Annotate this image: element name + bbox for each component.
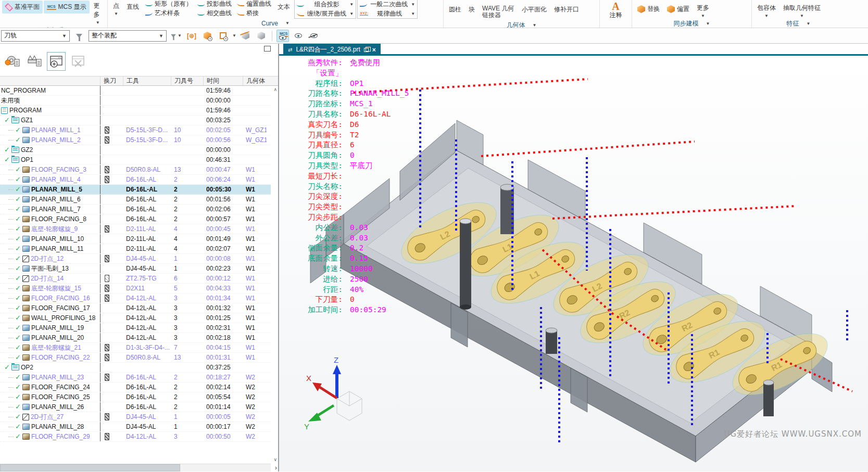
row-name-cell[interactable]: ✓FLOOR_FACING_16 [0,294,100,303]
row-name-cell[interactable]: ✓底壁-轮廓螺旋_9 [0,224,100,234]
row-name-cell[interactable]: ✓2D-打点_14 [0,274,100,283]
table-row[interactable]: ✓PLANAR_MILL_26D6-16L-AL200:01:14W2 [0,402,271,412]
table-row[interactable]: ✓底壁-轮廓螺旋_9D2-11L-AL400:00:45W1 [0,224,271,234]
geometry-view-button[interactable] [25,52,44,71]
table-row[interactable]: ✓GZ200:00:00 [0,145,271,155]
bounding-body-button[interactable]: 包容体 ▼ [754,3,779,19]
table-row[interactable]: ✓平面-毛刺_13DJ4-45-AL100:02:23W1 [0,264,271,274]
table-row[interactable]: ✓GZ100:03:25 [0,116,271,125]
row-name-cell[interactable]: ✓PLANAR_MILL_20 [0,333,100,342]
table-row[interactable]: ✓PLANAR_MILL_6D6-16L-AL200:01:56W1 [0,195,271,205]
row-name-cell[interactable]: ✓OP2 [0,363,100,372]
viewport-canvas[interactable]: L2L1L1L2R2R2R1R1 [279,56,868,471]
toolpath-combo[interactable]: 刀轨▼ [1,30,70,42]
row-name-cell[interactable]: 未用项 [0,96,100,105]
bridge-curve-button[interactable]: 桥接 [235,8,273,18]
float-panel-button[interactable] [264,46,271,52]
fit-view-button[interactable]: [⊕] [185,30,198,42]
table-row[interactable]: ✓PLANAR_MILL_19D4-12L-AL300:02:31W1 [0,323,271,333]
chevron-down-icon[interactable]: ▼ [411,11,415,16]
table-row[interactable]: ✓FLOOR_FACING_22D50R0.8-AL1300:01:31W1 [0,353,271,363]
annotation-button[interactable]: A 注释 [607,1,625,21]
show-workpiece-button[interactable]: + [201,30,213,42]
row-name-cell[interactable]: ✓FLOOR_FACING_3 [0,165,100,174]
table-row[interactable]: ✓FLOOR_FACING_25D6-16L-AL200:05:54W2 [0,392,271,402]
patch-opening-button[interactable]: 修补开口 [551,3,582,16]
row-name-cell[interactable]: ✓PLANAR_MILL_28 [0,422,100,431]
table-row[interactable]: ✓FLOOR_FACING_29D4-12L-AL300:00:50W2 [0,432,271,442]
create-window-button[interactable] [47,52,66,71]
table-row[interactable]: ✓FLOOR_FACING_16D4-12L-AL300:01:34W1 [0,294,271,303]
scrollbar-thumb[interactable] [0,464,180,471]
row-name-cell[interactable]: ✓PLANAR_MILL_7 [0,205,100,214]
row-name-cell[interactable]: ✓底壁-轮廓螺旋_21 [0,343,100,352]
table-row[interactable]: ✓PLANAR_MILL_5D6-16L-AL200:05:30W1 [0,185,271,195]
row-name-cell[interactable]: ✓FLOOR_FACING_22 [0,353,100,362]
row-name-cell[interactable]: ✓PLANAR_MILL_19 [0,323,100,333]
row-name-cell[interactable]: ✓FLOOR_FACING_24 [0,382,100,392]
shaded-view-button[interactable] [255,30,268,42]
table-row[interactable]: ✓FLOOR_FACING_3D50R0.8-AL1300:00:47W1 [0,165,271,175]
chevron-down-icon[interactable]: ▼ [349,2,354,7]
datum-plane-button[interactable]: 基准平面 [2,1,43,14]
chevron-down-icon[interactable]: ▼ [232,33,236,38]
table-row[interactable]: ✓PLANAR_MILL_23D6-16L-AL200:18:27W2 [0,373,271,382]
orientation-triad[interactable]: Z X Y [304,355,362,431]
row-name-cell[interactable]: ✓FLOOR_FACING_17 [0,303,100,313]
table-row[interactable]: ✓OP100:46:31 [0,155,271,165]
table-row[interactable]: ✓PLANAR_MILL_20D4-12L-AL300:02:18W1 [0,333,271,343]
facet-button[interactable]: 小平面化 [519,3,550,16]
filter-reset-button[interactable] [73,30,85,42]
show-2d-workpiece-button[interactable]: + [217,30,229,42]
table-row[interactable]: PROGRAM01:59:46 [0,106,271,116]
scroll-down-icon[interactable]: ∨ [273,457,277,462]
art-spline-button[interactable]: 艺术样条 [143,8,194,18]
row-name-cell[interactable]: NC_PROGRAM [0,86,100,95]
row-name-cell[interactable]: ✓GZ2 [0,145,100,155]
block-button[interactable]: 块 [466,3,478,16]
row-name-cell[interactable]: ✓PLANAR_MILL_26 [0,402,100,412]
table-row[interactable]: ✓2D-打点_14ZT2.75-TG600:00:12W1 [0,274,271,284]
table-row[interactable]: NC_PROGRAM01:59:46 [0,86,271,96]
table-row[interactable]: ✓底壁-轮廓螺旋_15D2X11500:04:33W1 [0,284,271,294]
row-name-cell[interactable]: ✓FLOOR_FACING_8 [0,214,100,224]
table-row[interactable]: ✓FLOOR_FACING_24D6-16L-AL200:02:14W2 [0,382,271,392]
conic-button[interactable]: 一般二次曲线 ▼ [358,0,417,9]
wcs-more-button[interactable]: 更多 ▼ [91,1,105,26]
table-row[interactable]: ✓PLANAR_MILL_28DJ4-45-AL100:00:17W2 [0,422,271,432]
row-name-cell[interactable]: ✓PLANAR_MILL_5 [0,185,100,194]
law-curve-button[interactable]: XYZ: 规律曲线 ▼ [358,9,417,18]
hide-toolpath-button[interactable] [308,30,320,42]
row-name-cell[interactable]: ✓OP1 [0,155,100,164]
row-name-cell[interactable]: ✓FLOOR_FACING_29 [0,432,100,441]
show-mcs-button[interactable]: MCS [276,30,289,42]
row-name-cell[interactable]: ✓PLANAR_MILL_10 [0,234,100,244]
close-icon[interactable]: × [372,47,376,53]
combined-projection-button[interactable]: 组合投影 ▼ [295,0,356,9]
project-curve-button[interactable]: 投影曲线 [195,0,234,8]
row-name-cell[interactable]: ✓PLANAR_MILL_1 [0,125,100,135]
table-row[interactable]: ✓OP200:37:25 [0,363,271,373]
table-row[interactable]: 未用项00:00:00 [0,96,271,106]
text-button[interactable]: 文本 [274,1,293,14]
row-name-cell[interactable]: ✓GZ1 [0,116,100,125]
row-name-cell[interactable]: ✓PLANAR_MILL_23 [0,373,100,382]
table-row[interactable]: ✓底壁-轮廓螺旋_21D1-3L-3F-D4-...700:04:15W1 [0,343,271,353]
assembly-scope-combo[interactable]: 整个装配▼ [89,30,167,42]
wave-linker-button[interactable]: WAVE 几何链接器 [479,3,518,21]
scroll-right-icon[interactable]: › [275,464,277,471]
line-button[interactable]: 直线 [123,1,142,14]
table-row[interactable]: ✓PLANAR_MILL_11D2-11L-AL400:02:07W1 [0,244,271,254]
vertical-scrollbar[interactable]: ∧ ∨ [271,86,278,463]
part-tab[interactable]: ⇄ L&R四合一_2_2506.prt × [283,44,381,56]
row-name-cell[interactable]: ✓底壁-轮廓螺旋_15 [0,284,100,293]
table-header[interactable]: 换刀 工具 刀具号 时间 几何体 [0,76,278,86]
table-row[interactable]: ✓2D-打点_12DJ4-45-AL100:00:08W1 [0,254,271,264]
sync-more-button[interactable]: 更多 ▼ [694,3,712,19]
table-row[interactable]: ✓PLANAR_MILL_4D6-16L-AL200:06:24W1 [0,175,271,185]
chevron-down-icon[interactable]: ▼ [349,11,354,16]
intersect-curve-button[interactable]: 相交曲线 [195,8,234,18]
mcs-display-button[interactable]: MCS MCS 显示 [44,1,90,14]
table-row[interactable]: ✓WALL_PROFILING_18D4-12L-AL300:01:25W1 [0,313,271,323]
row-name-cell[interactable]: ✓WALL_PROFILING_18 [0,313,100,323]
